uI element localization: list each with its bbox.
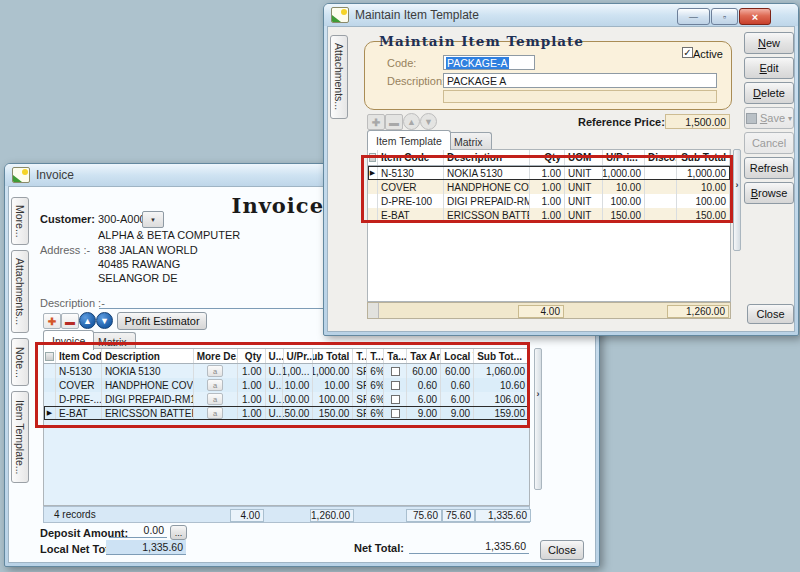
sidebar-tab-more[interactable]: More... <box>11 197 29 245</box>
maximize-button[interactable]: ▫ <box>711 8 738 25</box>
sidebar-tab-attachments[interactable]: Attachments... <box>330 35 348 119</box>
net-total-value: 1,335.60 <box>409 539 529 554</box>
header-localtax[interactable]: Local T... <box>441 349 474 363</box>
minus-icon: ▬ <box>389 117 399 128</box>
remove-row-button[interactable]: ▬ <box>61 313 79 329</box>
header-qty[interactable]: Qty <box>530 150 565 165</box>
new-button[interactable]: New <box>744 32 794 54</box>
header-item-code[interactable]: Item Code <box>56 349 102 363</box>
sidebar-tab-attachments[interactable]: Attachments... <box>11 250 29 333</box>
header-tax[interactable]: T... <box>353 349 367 363</box>
maintain-item-template-window: Maintain Item Template — ▫ × Attachments… <box>323 3 799 336</box>
tab-invoice[interactable]: Invoice <box>43 330 94 350</box>
more-detail-button[interactable]: a <box>207 407 223 419</box>
profit-estimator-button[interactable]: Profit Estimator <box>117 312 207 330</box>
refresh-button[interactable]: Refresh <box>744 157 794 179</box>
close-button[interactable]: Close <box>747 304 794 324</box>
close-window-button[interactable]: × <box>739 8 771 25</box>
template-grid-footer: 4.00 1,260.00 <box>367 302 731 319</box>
sidebar-tab-note[interactable]: Note... <box>11 338 29 386</box>
minimize-button[interactable]: — <box>677 8 710 25</box>
move-down-button[interactable]: ▼ <box>420 113 437 130</box>
grid-splitter[interactable]: › <box>534 348 542 490</box>
header-taxinclusive[interactable]: Ta... <box>384 349 407 363</box>
more-detail-button[interactable]: a <box>207 379 223 391</box>
customer-dropdown-button[interactable]: ▼ <box>142 211 164 228</box>
edit-button[interactable]: Edit <box>744 57 794 79</box>
save-button[interactable]: Save ▾ <box>744 107 794 129</box>
cell-more-detail: a <box>194 364 238 378</box>
description-input[interactable]: PACKAGE A <box>443 73 717 88</box>
tax-inclusive-checkbox[interactable] <box>391 409 400 418</box>
deposit-ellipsis-button[interactable]: ... <box>170 525 187 540</box>
table-row[interactable]: D-PRE-100 DIGI PREPAID-RM... 1.00 UNIT 1… <box>368 194 730 208</box>
add-row-button[interactable]: ✚ <box>43 313 61 329</box>
cell-taxamount: 6.00 <box>407 392 441 406</box>
code-input[interactable]: PACKAGE-A <box>443 55 535 70</box>
delete-button[interactable]: Delete <box>744 82 794 104</box>
table-row-current[interactable]: ▶ E-BAT ERICSSON BATTERY a 1.00 U... 150… <box>44 406 529 420</box>
template-titlebar[interactable]: Maintain Item Template — ▫ × <box>324 4 798 26</box>
tax-inclusive-checkbox[interactable] <box>391 381 400 390</box>
row-selector <box>368 208 378 222</box>
cell-localtax: 0.60 <box>441 378 474 392</box>
add-row-button[interactable]: ✚ <box>367 114 385 130</box>
move-down-button[interactable]: ▼ <box>96 312 113 329</box>
cell-qty: 1.00 <box>238 378 266 392</box>
header-more-detail[interactable]: More De... <box>194 349 238 363</box>
move-up-button[interactable]: ▲ <box>403 113 420 130</box>
remove-row-button[interactable]: ▬ <box>385 114 403 130</box>
description2-input[interactable] <box>443 90 717 103</box>
cell-taxrate: 6% <box>367 378 384 392</box>
close-button[interactable]: Close <box>540 540 584 560</box>
cancel-button[interactable]: Cancel <box>744 132 794 154</box>
cell-qty: 1.00 <box>530 166 565 180</box>
header-uom[interactable]: U... <box>266 349 284 363</box>
grid-icon <box>45 352 54 361</box>
record-count: 4 records <box>54 509 96 520</box>
footer-subtotal: 1,260.00 <box>310 509 354 522</box>
address-line: 40485 RAWANG <box>98 258 180 270</box>
table-row[interactable]: COVER HANDPHONE COVER 1.00 UNIT 10.00 10… <box>368 180 730 194</box>
header-qty[interactable]: Qty <box>238 349 266 363</box>
more-detail-button[interactable]: a <box>207 365 223 377</box>
active-checkbox[interactable]: ✓ <box>682 47 693 58</box>
grid-splitter[interactable]: › <box>733 149 741 251</box>
cell-item-code: D-PRE-... <box>56 392 102 406</box>
header-description[interactable]: Description <box>444 150 530 165</box>
cell-uom: U... <box>266 392 284 406</box>
header-discount[interactable]: Disco... <box>645 150 677 165</box>
arrow-down-icon: ▼ <box>424 117 433 127</box>
header-subtotal[interactable]: Sub Total <box>313 349 353 363</box>
header-taxrate[interactable]: T... <box>367 349 384 363</box>
deposit-input[interactable]: 0.00 <box>109 524 167 538</box>
header-taxamount[interactable]: Tax Am... <box>407 349 441 363</box>
header-uprice[interactable]: U/Pr... <box>284 349 314 363</box>
header-uom[interactable]: UOM <box>565 150 603 165</box>
header-description[interactable]: Description <box>102 349 194 363</box>
tab-item-template[interactable]: Item Template <box>367 130 451 150</box>
tab-matrix[interactable]: Matrix <box>445 132 492 150</box>
table-row-current[interactable]: ▶ N-5130 NOKIA 5130 1.00 UNIT 1,000.00 1… <box>368 166 730 180</box>
current-row-marker-icon: ▶ <box>47 409 52 417</box>
header-subtotal-tax[interactable]: Sub Tot... <box>474 349 529 363</box>
header-item-code[interactable]: Item Code <box>378 150 444 165</box>
table-row[interactable]: E-BAT ERICSSON BATTERY 1.00 UNIT 150.00 … <box>368 208 730 222</box>
cell-discount <box>645 180 677 194</box>
cell-subtotal: 10.00 <box>313 378 353 392</box>
move-up-button[interactable]: ▲ <box>79 312 96 329</box>
row-selector <box>44 392 56 406</box>
table-row[interactable]: D-PRE-... DIGI PREPAID-RM100 a 1.00 U...… <box>44 392 529 406</box>
table-row[interactable]: N-5130 NOKIA 5130 a 1.00 U... 1,00... 1,… <box>44 364 529 378</box>
browse-button[interactable]: Browse <box>744 182 794 204</box>
more-detail-button[interactable]: a <box>207 393 223 405</box>
header-uprice[interactable]: U/Pri... <box>603 150 645 165</box>
tax-inclusive-checkbox[interactable] <box>391 367 400 376</box>
header-subtotal[interactable]: Sub Total <box>677 150 730 165</box>
description-label: Description: <box>387 75 445 87</box>
table-row[interactable]: COVER HANDPHONE COVER a 1.00 U... 10.00 … <box>44 378 529 392</box>
cell-qty: 1.00 <box>530 194 565 208</box>
tax-inclusive-checkbox[interactable] <box>391 395 400 404</box>
sidebar-tab-item-template[interactable]: Item Template... <box>11 391 29 483</box>
address-line: SELANGOR DE <box>98 272 177 284</box>
